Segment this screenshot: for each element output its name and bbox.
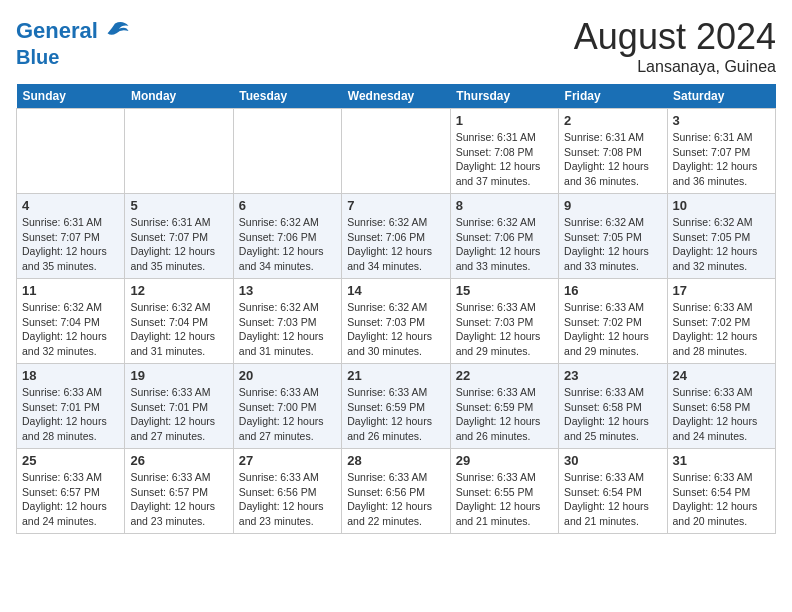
calendar-cell: 16Sunrise: 6:33 AM Sunset: 7:02 PM Dayli… <box>559 279 667 364</box>
calendar-cell: 18Sunrise: 6:33 AM Sunset: 7:01 PM Dayli… <box>17 364 125 449</box>
day-info: Sunrise: 6:33 AM Sunset: 6:56 PM Dayligh… <box>239 470 336 529</box>
day-info: Sunrise: 6:33 AM Sunset: 6:59 PM Dayligh… <box>347 385 444 444</box>
day-number: 2 <box>564 113 661 128</box>
day-number: 5 <box>130 198 227 213</box>
day-info: Sunrise: 6:31 AM Sunset: 7:08 PM Dayligh… <box>564 130 661 189</box>
day-info: Sunrise: 6:33 AM Sunset: 7:00 PM Dayligh… <box>239 385 336 444</box>
day-info: Sunrise: 6:32 AM Sunset: 7:05 PM Dayligh… <box>564 215 661 274</box>
day-number: 22 <box>456 368 553 383</box>
day-info: Sunrise: 6:31 AM Sunset: 7:07 PM Dayligh… <box>673 130 770 189</box>
day-info: Sunrise: 6:33 AM Sunset: 7:02 PM Dayligh… <box>673 300 770 359</box>
calendar-cell <box>125 109 233 194</box>
day-number: 10 <box>673 198 770 213</box>
day-info: Sunrise: 6:33 AM Sunset: 7:02 PM Dayligh… <box>564 300 661 359</box>
calendar-cell: 29Sunrise: 6:33 AM Sunset: 6:55 PM Dayli… <box>450 449 558 534</box>
day-number: 28 <box>347 453 444 468</box>
day-number: 7 <box>347 198 444 213</box>
calendar-cell: 5Sunrise: 6:31 AM Sunset: 7:07 PM Daylig… <box>125 194 233 279</box>
day-number: 21 <box>347 368 444 383</box>
calendar-cell: 30Sunrise: 6:33 AM Sunset: 6:54 PM Dayli… <box>559 449 667 534</box>
calendar-cell: 20Sunrise: 6:33 AM Sunset: 7:00 PM Dayli… <box>233 364 341 449</box>
location: Lansanaya, Guinea <box>574 58 776 76</box>
calendar-week-row: 25Sunrise: 6:33 AM Sunset: 6:57 PM Dayli… <box>17 449 776 534</box>
day-info: Sunrise: 6:33 AM Sunset: 6:57 PM Dayligh… <box>130 470 227 529</box>
day-number: 6 <box>239 198 336 213</box>
day-number: 24 <box>673 368 770 383</box>
day-number: 1 <box>456 113 553 128</box>
calendar-week-row: 4Sunrise: 6:31 AM Sunset: 7:07 PM Daylig… <box>17 194 776 279</box>
calendar-cell: 12Sunrise: 6:32 AM Sunset: 7:04 PM Dayli… <box>125 279 233 364</box>
month-title: August 2024 <box>574 16 776 58</box>
calendar-cell: 17Sunrise: 6:33 AM Sunset: 7:02 PM Dayli… <box>667 279 775 364</box>
calendar-cell: 13Sunrise: 6:32 AM Sunset: 7:03 PM Dayli… <box>233 279 341 364</box>
day-info: Sunrise: 6:31 AM Sunset: 7:08 PM Dayligh… <box>456 130 553 189</box>
calendar-cell: 31Sunrise: 6:33 AM Sunset: 6:54 PM Dayli… <box>667 449 775 534</box>
day-number: 11 <box>22 283 119 298</box>
calendar-cell: 9Sunrise: 6:32 AM Sunset: 7:05 PM Daylig… <box>559 194 667 279</box>
calendar-cell: 22Sunrise: 6:33 AM Sunset: 6:59 PM Dayli… <box>450 364 558 449</box>
day-info: Sunrise: 6:33 AM Sunset: 6:58 PM Dayligh… <box>564 385 661 444</box>
day-info: Sunrise: 6:32 AM Sunset: 7:04 PM Dayligh… <box>130 300 227 359</box>
calendar-cell: 1Sunrise: 6:31 AM Sunset: 7:08 PM Daylig… <box>450 109 558 194</box>
day-number: 3 <box>673 113 770 128</box>
day-number: 31 <box>673 453 770 468</box>
day-number: 13 <box>239 283 336 298</box>
day-number: 12 <box>130 283 227 298</box>
calendar-cell: 3Sunrise: 6:31 AM Sunset: 7:07 PM Daylig… <box>667 109 775 194</box>
day-header-monday: Monday <box>125 84 233 109</box>
calendar-week-row: 18Sunrise: 6:33 AM Sunset: 7:01 PM Dayli… <box>17 364 776 449</box>
calendar-cell: 15Sunrise: 6:33 AM Sunset: 7:03 PM Dayli… <box>450 279 558 364</box>
day-info: Sunrise: 6:33 AM Sunset: 7:03 PM Dayligh… <box>456 300 553 359</box>
day-header-friday: Friday <box>559 84 667 109</box>
day-info: Sunrise: 6:33 AM Sunset: 6:54 PM Dayligh… <box>673 470 770 529</box>
calendar-table: SundayMondayTuesdayWednesdayThursdayFrid… <box>16 84 776 534</box>
day-info: Sunrise: 6:32 AM Sunset: 7:05 PM Dayligh… <box>673 215 770 274</box>
day-info: Sunrise: 6:33 AM Sunset: 6:54 PM Dayligh… <box>564 470 661 529</box>
calendar-cell: 19Sunrise: 6:33 AM Sunset: 7:01 PM Dayli… <box>125 364 233 449</box>
day-info: Sunrise: 6:32 AM Sunset: 7:06 PM Dayligh… <box>239 215 336 274</box>
calendar-cell: 28Sunrise: 6:33 AM Sunset: 6:56 PM Dayli… <box>342 449 450 534</box>
day-number: 16 <box>564 283 661 298</box>
calendar-week-row: 11Sunrise: 6:32 AM Sunset: 7:04 PM Dayli… <box>17 279 776 364</box>
day-number: 27 <box>239 453 336 468</box>
day-info: Sunrise: 6:33 AM Sunset: 6:58 PM Dayligh… <box>673 385 770 444</box>
day-number: 4 <box>22 198 119 213</box>
logo-bird-icon <box>100 16 130 46</box>
day-number: 30 <box>564 453 661 468</box>
day-info: Sunrise: 6:31 AM Sunset: 7:07 PM Dayligh… <box>22 215 119 274</box>
day-number: 19 <box>130 368 227 383</box>
calendar-cell: 25Sunrise: 6:33 AM Sunset: 6:57 PM Dayli… <box>17 449 125 534</box>
calendar-header-row: SundayMondayTuesdayWednesdayThursdayFrid… <box>17 84 776 109</box>
day-number: 14 <box>347 283 444 298</box>
calendar-cell: 14Sunrise: 6:32 AM Sunset: 7:03 PM Dayli… <box>342 279 450 364</box>
logo-text-line2: Blue <box>16 46 130 68</box>
day-header-saturday: Saturday <box>667 84 775 109</box>
calendar-week-row: 1Sunrise: 6:31 AM Sunset: 7:08 PM Daylig… <box>17 109 776 194</box>
day-info: Sunrise: 6:32 AM Sunset: 7:06 PM Dayligh… <box>347 215 444 274</box>
calendar-cell: 8Sunrise: 6:32 AM Sunset: 7:06 PM Daylig… <box>450 194 558 279</box>
day-info: Sunrise: 6:33 AM Sunset: 7:01 PM Dayligh… <box>130 385 227 444</box>
calendar-cell: 4Sunrise: 6:31 AM Sunset: 7:07 PM Daylig… <box>17 194 125 279</box>
calendar-cell: 24Sunrise: 6:33 AM Sunset: 6:58 PM Dayli… <box>667 364 775 449</box>
page-header: General Blue August 2024 Lansanaya, Guin… <box>16 16 776 76</box>
day-info: Sunrise: 6:33 AM Sunset: 6:59 PM Dayligh… <box>456 385 553 444</box>
day-info: Sunrise: 6:32 AM Sunset: 7:03 PM Dayligh… <box>347 300 444 359</box>
title-area: August 2024 Lansanaya, Guinea <box>574 16 776 76</box>
calendar-cell: 10Sunrise: 6:32 AM Sunset: 7:05 PM Dayli… <box>667 194 775 279</box>
logo: General Blue <box>16 16 130 68</box>
day-number: 8 <box>456 198 553 213</box>
day-info: Sunrise: 6:32 AM Sunset: 7:03 PM Dayligh… <box>239 300 336 359</box>
day-number: 9 <box>564 198 661 213</box>
calendar-cell <box>17 109 125 194</box>
day-number: 26 <box>130 453 227 468</box>
day-info: Sunrise: 6:32 AM Sunset: 7:06 PM Dayligh… <box>456 215 553 274</box>
day-info: Sunrise: 6:33 AM Sunset: 7:01 PM Dayligh… <box>22 385 119 444</box>
day-number: 15 <box>456 283 553 298</box>
day-number: 18 <box>22 368 119 383</box>
calendar-cell: 7Sunrise: 6:32 AM Sunset: 7:06 PM Daylig… <box>342 194 450 279</box>
day-number: 25 <box>22 453 119 468</box>
calendar-cell: 23Sunrise: 6:33 AM Sunset: 6:58 PM Dayli… <box>559 364 667 449</box>
day-number: 20 <box>239 368 336 383</box>
calendar-cell: 26Sunrise: 6:33 AM Sunset: 6:57 PM Dayli… <box>125 449 233 534</box>
day-number: 23 <box>564 368 661 383</box>
